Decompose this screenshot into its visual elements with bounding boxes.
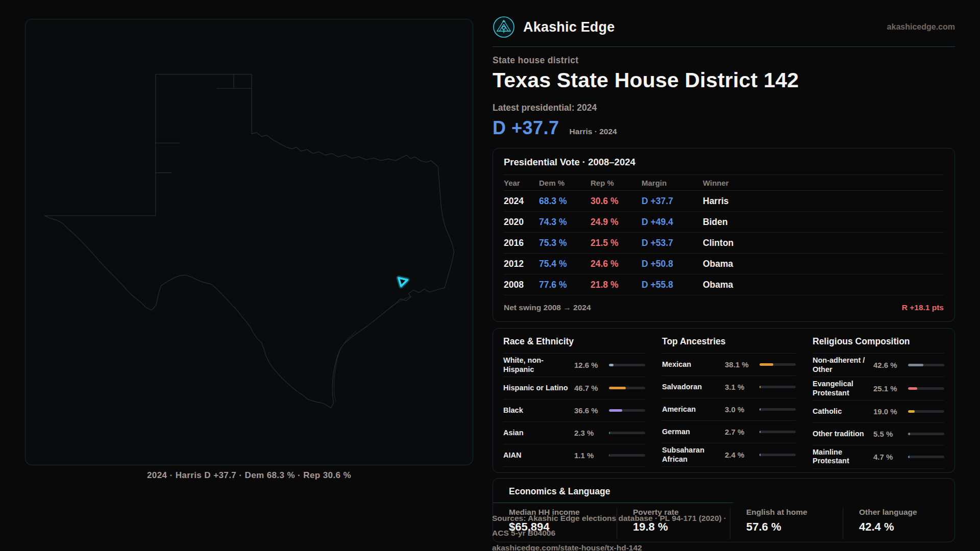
stat-median-income: Median HH income $65,894 — [493, 508, 617, 539]
district-marker[interactable] — [399, 278, 407, 286]
demo-row: Subsaharan African 2.4 % — [662, 443, 796, 467]
bar-fill — [908, 364, 923, 366]
dem-cell: 77.6 % — [539, 280, 591, 290]
col-margin: Margin — [642, 179, 703, 187]
demo-value: 12.6 % — [574, 361, 605, 369]
bar-track — [609, 454, 645, 457]
winner-cell: Obama — [703, 280, 944, 290]
vote-table-header: Year Dem % Rep % Margin Winner — [504, 175, 944, 191]
texas-map — [26, 19, 473, 465]
bar-fill — [609, 387, 626, 389]
col-year: Year — [504, 179, 539, 187]
net-swing-label: Net swing 2008 → 2024 — [504, 303, 591, 312]
panhandle-lines — [156, 74, 252, 172]
demo-label: Subsaharan African — [662, 446, 721, 464]
stat-value: 19.8 % — [633, 520, 730, 534]
table-row: 2012 75.4 % 24.6 % D +50.8 Obama — [504, 254, 944, 274]
rep-cell: 24.9 % — [591, 217, 642, 228]
rep-cell: 21.5 % — [591, 238, 642, 248]
detail-panel: Akashic Edge akashicedge.com State house… — [493, 0, 955, 542]
bar-fill — [760, 431, 761, 433]
rep-cell: 24.6 % — [591, 259, 642, 269]
demo-row: Non-adherent / Other 42.6 % — [813, 354, 944, 377]
demo-row: Mainline Protestant 4.7 % — [813, 445, 944, 469]
col-winner: Winner — [703, 179, 944, 187]
stat-english-at-home: English at home 57.6 % — [730, 508, 843, 539]
demo-value: 38.1 % — [725, 360, 755, 369]
coast-islands — [334, 296, 411, 402]
table-row: 2024 68.3 % 30.6 % D +37.7 Harris — [504, 191, 944, 212]
bar-track — [908, 433, 944, 435]
bar-fill — [609, 432, 610, 434]
economics-language-card: Economics & Language Median HH income $6… — [493, 478, 955, 542]
demo-row: Other tradition 5.5 % — [813, 423, 944, 445]
brand-domain-link[interactable]: akashicedge.com — [887, 22, 955, 32]
demo-label: Non-adherent / Other — [813, 356, 869, 374]
texas-outline — [44, 74, 454, 408]
bar-track — [908, 387, 944, 390]
demo-row: Asian 2.3 % — [503, 422, 645, 444]
bar-fill — [760, 386, 761, 388]
rep-cell: 21.8 % — [591, 280, 642, 290]
stat-label: Poverty rate — [633, 508, 730, 517]
demo-value: 2.3 % — [574, 429, 605, 437]
divider — [493, 503, 733, 503]
demo-label: AIAN — [503, 451, 570, 460]
demo-label: Asian — [503, 429, 570, 437]
winner-cell: Clinton — [703, 238, 944, 248]
demo-label: Black — [503, 406, 570, 415]
dem-cell: 74.3 % — [539, 217, 591, 228]
dem-cell: 75.4 % — [539, 259, 591, 269]
demo-row: AIAN 1.1 % — [503, 444, 645, 467]
bar-track — [609, 409, 645, 412]
margin-cell: D +49.4 — [642, 217, 703, 228]
margin-context: Harris · 2024 — [570, 127, 617, 136]
demo-label: Mainline Protestant — [813, 448, 869, 466]
bar-fill — [908, 433, 910, 435]
bar-fill — [609, 454, 609, 457]
demo-label: Hispanic or Latino — [503, 384, 570, 392]
year-cell: 2020 — [504, 217, 539, 228]
stat-label: English at home — [746, 508, 843, 517]
stat-label: Median HH income — [509, 508, 617, 517]
margin-cell: D +55.8 — [642, 280, 703, 290]
bar-track — [609, 364, 645, 366]
demo-value: 46.7 % — [574, 384, 605, 392]
year-cell: 2016 — [504, 238, 539, 248]
demo-label: Evangelical Protestant — [813, 380, 869, 397]
dem-cell: 75.3 % — [539, 238, 591, 248]
demo-value: 42.6 % — [873, 361, 904, 369]
demo-row: Black 36.6 % — [503, 399, 645, 422]
net-swing-row: Net swing 2008 → 2024 R +18.1 pts — [504, 295, 944, 319]
map-caption: 2024 · Harris D +37.7 · Dem 68.3 % · Rep… — [25, 470, 473, 481]
winner-cell: Biden — [703, 217, 944, 228]
demo-row: Hispanic or Latino 46.7 % — [503, 377, 645, 399]
year-cell: 2008 — [504, 280, 539, 290]
stat-poverty-rate: Poverty rate 19.8 % — [617, 508, 730, 539]
stats-row: Median HH income $65,894 Poverty rate 19… — [493, 508, 954, 539]
demo-value: 2.4 % — [725, 450, 755, 459]
demo-row: American 3.0 % — [662, 398, 796, 421]
bar-fill — [908, 387, 917, 390]
demo-label: Mexican — [662, 360, 721, 369]
page-title: Texas State House District 142 — [493, 68, 955, 92]
bar-track — [908, 364, 944, 366]
demo-row: Evangelical Protestant 25.1 % — [813, 377, 944, 400]
map-card — [25, 19, 473, 465]
margin-cell: D +53.7 — [642, 238, 703, 248]
dem-cell: 68.3 % — [539, 196, 591, 207]
stat-other-language: Other language 42.4 % — [843, 508, 954, 539]
demo-label: Other tradition — [813, 430, 869, 438]
presidential-vote-card: Presidential Vote · 2008–2024 Year Dem %… — [493, 148, 955, 322]
col-dem: Dem % — [539, 179, 591, 187]
bar-track — [760, 386, 796, 388]
demo-value: 36.6 % — [574, 406, 605, 415]
demo-label: American — [662, 405, 721, 414]
bar-fill — [609, 409, 622, 412]
demo-value: 3.1 % — [725, 383, 755, 391]
demo-row: Catholic 19.0 % — [813, 400, 944, 423]
stat-label: Other language — [859, 508, 954, 517]
stat-value: 42.4 % — [859, 520, 954, 534]
winner-cell: Harris — [703, 196, 944, 207]
bar-track — [908, 456, 944, 458]
